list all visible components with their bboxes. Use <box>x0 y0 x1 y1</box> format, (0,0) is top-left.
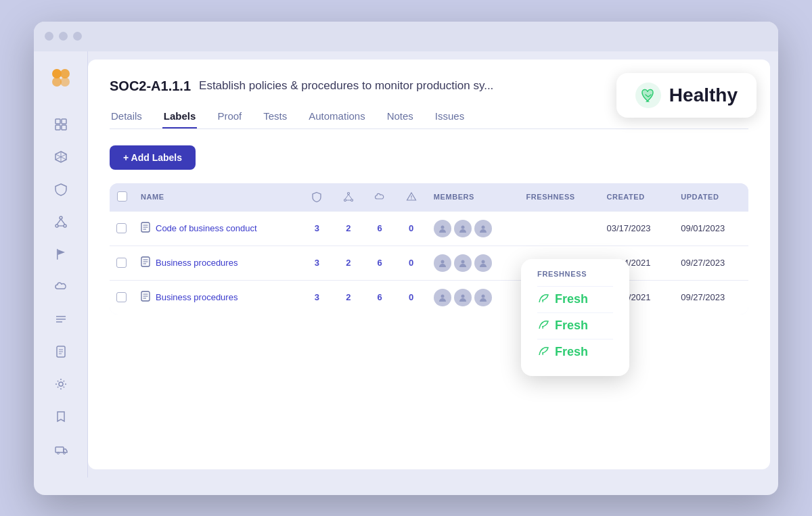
avatar-1-2 <box>474 254 492 272</box>
tab-tests[interactable]: Tests <box>262 105 288 128</box>
created-header: Created <box>600 183 674 212</box>
fresh-row-2: Fresh <box>537 312 613 339</box>
doc-icon-1 <box>141 256 150 269</box>
cloud-icon[interactable] <box>46 272 76 302</box>
avatar-0-2 <box>474 220 492 237</box>
cloud-count-0: 6 <box>364 211 395 245</box>
table-row: Business procedures 3 2 6 0 <box>110 280 748 314</box>
cloud-count-2: 6 <box>364 280 395 314</box>
svg-rect-6 <box>55 125 60 130</box>
tab-issues[interactable]: Issues <box>434 105 466 128</box>
avatar-2-0 <box>434 289 451 306</box>
flag-icon[interactable] <box>46 239 76 269</box>
svg-point-26 <box>59 382 63 386</box>
members-cell-0 <box>427 211 520 245</box>
row-checkbox-1[interactable] <box>116 258 127 268</box>
avatar-0-1 <box>454 220 472 237</box>
shield-header <box>301 183 332 212</box>
row-checkbox-cell <box>110 245 134 280</box>
svg-rect-7 <box>62 125 66 130</box>
avatar-1-0 <box>434 254 451 272</box>
svg-point-37 <box>411 198 411 199</box>
avatar-2-2 <box>474 289 492 306</box>
healthy-badge: Healthy <box>616 73 757 118</box>
tab-automations[interactable]: Automations <box>307 105 366 128</box>
fresh-label-3: Fresh <box>555 345 588 359</box>
control-title: Establish policies & procedures to monit… <box>199 79 493 93</box>
row-checkbox-cell <box>110 211 134 245</box>
avatar-1-1 <box>454 254 472 272</box>
row-checkbox-cell <box>110 280 134 314</box>
svg-point-32 <box>351 200 353 202</box>
svg-point-58 <box>481 294 484 298</box>
cloud-count-1: 6 <box>364 245 395 280</box>
fresh-icon-1 <box>537 292 549 307</box>
document-icon[interactable] <box>46 337 76 367</box>
members-header: MEMBERS <box>427 183 520 212</box>
close-dot <box>45 32 53 41</box>
svg-point-50 <box>461 260 464 263</box>
row-checkbox-2[interactable] <box>116 292 127 302</box>
shield-count-1: 3 <box>301 245 332 280</box>
tab-labels[interactable]: Labels <box>162 105 198 128</box>
healthy-text: Healthy <box>669 85 738 106</box>
bookmark-icon[interactable] <box>46 402 76 431</box>
grid-icon[interactable] <box>46 110 76 139</box>
heart-icon <box>635 83 661 108</box>
fresh-label-2: Fresh <box>555 319 588 333</box>
fresh-row-3: Fresh <box>537 339 613 365</box>
svg-point-42 <box>441 225 444 229</box>
shield-icon[interactable] <box>46 174 76 204</box>
minimize-dot <box>59 32 68 41</box>
freshness-header: FRESHNESS <box>520 183 600 212</box>
table-header-row: NAME <box>110 183 748 212</box>
network-count-1: 2 <box>333 245 364 280</box>
svg-point-14 <box>64 225 66 227</box>
truck-icon[interactable] <box>46 434 76 464</box>
members-cell-2 <box>427 280 520 314</box>
cube-icon[interactable] <box>46 142 76 172</box>
fresh-row-1: Fresh <box>537 286 613 312</box>
svg-point-12 <box>60 216 62 219</box>
svg-line-15 <box>57 219 61 225</box>
svg-point-2 <box>52 77 62 87</box>
svg-point-3 <box>60 77 70 87</box>
network-icon[interactable] <box>46 207 76 237</box>
name-cell-2: Business procedures <box>134 280 301 314</box>
list-icon[interactable] <box>46 304 76 334</box>
tab-details[interactable]: Details <box>110 105 143 128</box>
updated-header: Updated <box>674 183 748 212</box>
add-labels-button[interactable]: + Add Labels <box>110 145 196 170</box>
name-text-0: Code of business conduct <box>156 223 257 233</box>
freshness-popup-header: FRESHNESS <box>537 270 613 278</box>
labels-table: NAME <box>110 183 748 314</box>
shield-count-2: 3 <box>301 280 332 314</box>
svg-point-57 <box>461 294 464 298</box>
freshness-cell-0 <box>520 211 600 245</box>
network-count-2: 2 <box>333 280 364 314</box>
app-body: Healthy SOC2-A1.1.1 Establish policies &… <box>34 51 778 477</box>
svg-point-43 <box>461 225 464 229</box>
svg-point-31 <box>344 200 346 202</box>
svg-line-33 <box>345 195 348 200</box>
svg-line-34 <box>348 195 352 200</box>
svg-point-13 <box>55 225 58 227</box>
sidebar <box>34 51 88 477</box>
name-header: NAME <box>134 183 301 212</box>
svg-line-16 <box>61 219 65 225</box>
fresh-icon-3 <box>537 345 549 360</box>
svg-point-28 <box>57 452 59 454</box>
tab-notes[interactable]: Notes <box>386 105 415 128</box>
network-count-0: 2 <box>333 211 364 245</box>
tab-proof[interactable]: Proof <box>216 105 243 128</box>
doc-icon-0 <box>141 222 150 235</box>
settings-icon[interactable] <box>46 369 76 399</box>
network-header <box>333 183 364 212</box>
svg-point-0 <box>52 69 62 78</box>
app-window: Healthy SOC2-A1.1.1 Establish policies &… <box>34 22 778 495</box>
updated-cell-1: 09/27/2023 <box>674 245 748 280</box>
members-cell-1 <box>427 245 520 280</box>
select-all-checkbox[interactable] <box>117 191 127 202</box>
row-checkbox-0[interactable] <box>116 223 127 233</box>
logo <box>48 65 74 93</box>
